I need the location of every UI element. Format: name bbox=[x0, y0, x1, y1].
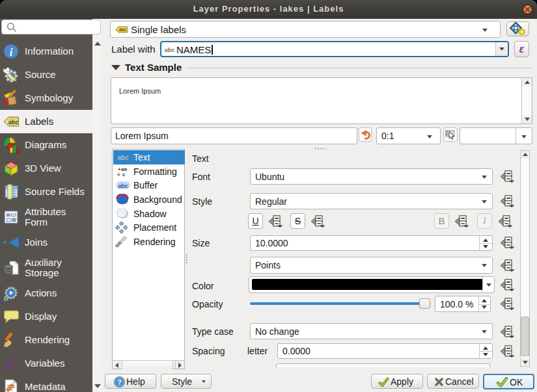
svg-text:abc: abc bbox=[117, 154, 129, 161]
svg-text:abc: abc bbox=[118, 183, 128, 189]
svg-text:c: c bbox=[122, 172, 126, 177]
svg-text:abc: abc bbox=[119, 27, 127, 32]
svg-text:ε: ε bbox=[7, 355, 16, 372]
svg-text:<: < bbox=[117, 172, 120, 177]
svg-text:abc: abc bbox=[165, 47, 175, 53]
svg-text:abc: abc bbox=[8, 119, 19, 125]
svg-text:i: i bbox=[10, 46, 13, 59]
svg-text:?: ? bbox=[117, 378, 122, 386]
